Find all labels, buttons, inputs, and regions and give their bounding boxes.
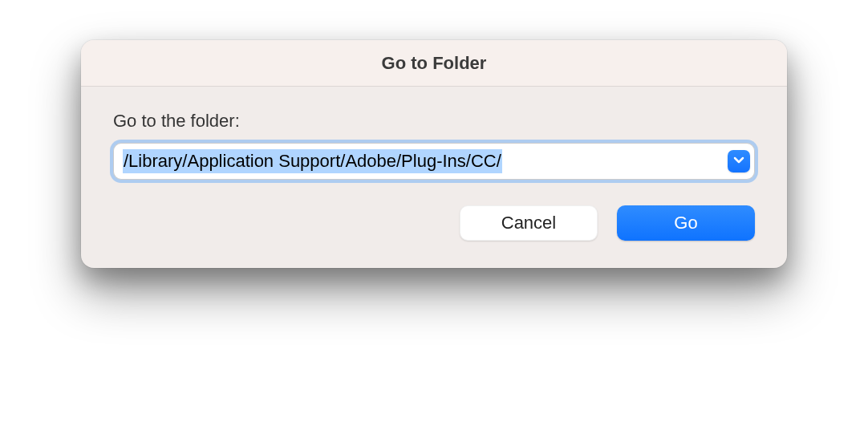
- path-combobox[interactable]: /Library/Application Support/Adobe/Plug-…: [113, 143, 755, 180]
- go-button[interactable]: Go: [617, 205, 755, 241]
- titlebar: Go to Folder: [81, 40, 787, 87]
- path-dropdown-button[interactable]: [728, 150, 750, 172]
- path-input[interactable]: /Library/Application Support/Adobe/Plug-…: [123, 149, 502, 173]
- dialog-content: Go to the folder: /Library/Application S…: [81, 87, 787, 268]
- dialog-title: Go to Folder: [382, 53, 487, 74]
- chevron-down-icon: [733, 154, 744, 168]
- path-label: Go to the folder:: [113, 111, 755, 132]
- cancel-button[interactable]: Cancel: [460, 205, 598, 241]
- button-row: Cancel Go: [113, 205, 755, 241]
- go-to-folder-dialog: Go to Folder Go to the folder: /Library/…: [81, 40, 787, 268]
